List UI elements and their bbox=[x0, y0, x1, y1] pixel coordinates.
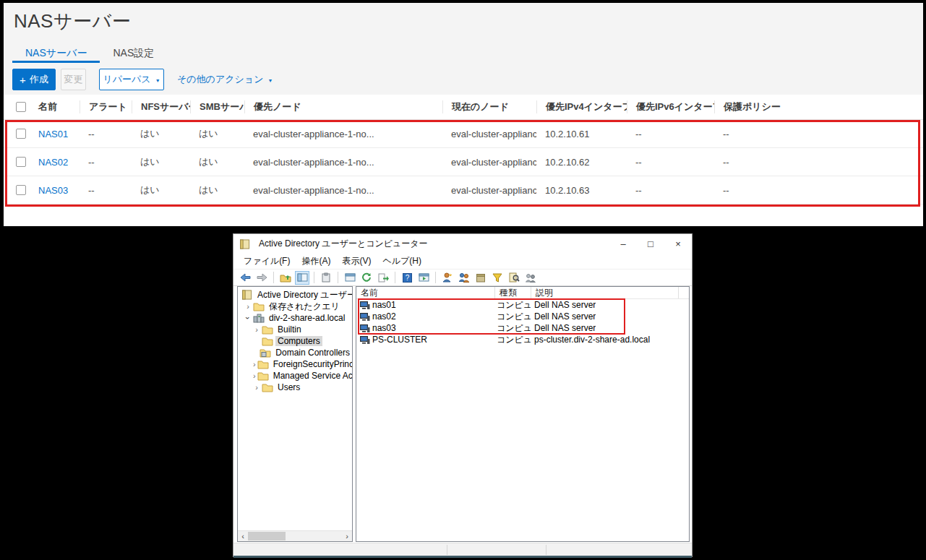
list-item-nas02[interactable]: nas02 コンピューター Dell NAS server bbox=[356, 311, 689, 322]
chevron-down-icon[interactable]: › bbox=[244, 314, 252, 322]
column-header-ipv4[interactable]: 優先IPv4インターフェイ... bbox=[536, 100, 627, 113]
object-type: コンピューター bbox=[495, 299, 531, 311]
refresh-icon[interactable] bbox=[359, 271, 374, 285]
chevron-right-icon[interactable]: › bbox=[253, 325, 260, 334]
tree-item-users[interactable]: › Users bbox=[238, 382, 352, 393]
status-bar-divider bbox=[546, 545, 546, 555]
column-header-nfs[interactable]: NFSサーバー bbox=[132, 100, 190, 113]
horizontal-scrollbar[interactable]: ‹ › bbox=[238, 530, 352, 541]
ipv6-value: -- bbox=[627, 129, 714, 139]
nas-name-link[interactable]: NAS01 bbox=[33, 129, 80, 139]
preferred-node-value: eval-cluster-appliance-1-no... bbox=[244, 129, 442, 139]
column-header-name[interactable]: 名前 bbox=[33, 100, 80, 113]
minimize-button[interactable]: – bbox=[609, 234, 637, 254]
column-header-ipv6[interactable]: 優先IPv6インターフェイ... bbox=[627, 100, 714, 113]
object-description: Dell NAS server bbox=[531, 311, 596, 322]
tab-nas-servers[interactable]: NASサーバー bbox=[12, 44, 100, 63]
object-type: コンピューター bbox=[495, 311, 531, 323]
column-header-alert[interactable]: アラート bbox=[80, 100, 132, 113]
nas-name-link[interactable]: NAS02 bbox=[33, 157, 80, 168]
nfs-value: はい bbox=[132, 184, 190, 197]
row-checkbox[interactable] bbox=[16, 185, 26, 195]
chevron-down-icon: ▼ bbox=[267, 78, 273, 83]
object-name: nas01 bbox=[372, 300, 396, 310]
menu-file[interactable]: ファイル(F) bbox=[238, 253, 296, 270]
forward-icon[interactable] bbox=[254, 271, 269, 285]
tree-item-foreign-security-principals[interactable]: › ForeignSecurityPrincipals bbox=[238, 358, 352, 370]
tab-nas-settings[interactable]: NAS設定 bbox=[100, 44, 167, 63]
list-item-ps-cluster[interactable]: PS-CLUSTER コンピューター ps-cluster.div-2-shar… bbox=[356, 334, 689, 345]
chevron-right-icon[interactable]: › bbox=[244, 302, 252, 311]
filter-icon[interactable] bbox=[490, 271, 505, 285]
menu-view[interactable]: 表示(V) bbox=[336, 253, 377, 270]
export-list-icon[interactable] bbox=[376, 271, 390, 285]
window-icon[interactable] bbox=[343, 271, 357, 285]
tree-item-saved-queries[interactable]: › 保存されたクエリ bbox=[238, 301, 352, 312]
chevron-down-icon: ▼ bbox=[155, 78, 160, 83]
object-description: ps-cluster.div-2-share-ad.local bbox=[531, 335, 650, 345]
nfs-value: はい bbox=[132, 127, 190, 140]
protection-policy-value: -- bbox=[714, 185, 923, 196]
table-row-nas01[interactable]: NAS01 -- はい はい eval-cluster-appliance-1-… bbox=[4, 120, 923, 148]
chevron-right-icon[interactable]: › bbox=[253, 383, 260, 392]
scroll-right-icon[interactable]: › bbox=[342, 531, 352, 541]
back-icon[interactable] bbox=[238, 271, 252, 285]
more-actions-button[interactable]: その他のアクション ▼ bbox=[177, 73, 273, 86]
folder-icon bbox=[262, 336, 273, 346]
find-icon[interactable] bbox=[507, 271, 521, 285]
properties-icon[interactable] bbox=[319, 271, 333, 285]
row-checkbox[interactable] bbox=[16, 157, 26, 167]
object-name: nas02 bbox=[372, 311, 396, 322]
list-item-nas01[interactable]: nas01 コンピューター Dell NAS server bbox=[356, 299, 689, 311]
window-title: Active Directory ユーザーとコンピューター bbox=[259, 238, 428, 250]
table-row-nas02[interactable]: NAS02 -- はい はい eval-cluster-appliance-1-… bbox=[4, 148, 923, 176]
modify-button[interactable]: 変更 bbox=[61, 69, 86, 90]
folder-icon bbox=[262, 324, 273, 335]
mmc-console-icon bbox=[239, 239, 251, 249]
powerstore-panel: NASサーバー NASサーバー NAS設定 + 作成 変更 リパーパス ▼ その… bbox=[4, 3, 923, 226]
menu-help[interactable]: ヘルプ(H) bbox=[377, 253, 427, 270]
menu-action[interactable]: 操作(A) bbox=[296, 253, 336, 270]
new-ou-icon[interactable] bbox=[473, 271, 488, 285]
nas-name-link[interactable]: NAS03 bbox=[33, 185, 80, 196]
list-column-description[interactable]: 説明 bbox=[531, 287, 679, 298]
show-console-tree-icon[interactable] bbox=[295, 271, 309, 285]
column-header-protection-policy[interactable]: 保護ポリシー bbox=[714, 100, 923, 113]
tree-item-domain[interactable]: › div-2-share-ad.local bbox=[238, 312, 352, 324]
up-one-level-icon[interactable] bbox=[278, 271, 293, 285]
list-column-name[interactable]: 名前 bbox=[356, 287, 495, 298]
maximize-button[interactable]: □ bbox=[637, 234, 664, 254]
column-header-current-node[interactable]: 現在のノード bbox=[442, 100, 536, 113]
ipv6-value: -- bbox=[627, 185, 714, 196]
window-titlebar[interactable]: Active Directory ユーザーとコンピューター – □ × bbox=[233, 234, 692, 254]
list-column-type[interactable]: 種類 bbox=[495, 287, 531, 298]
column-header-preferred-node[interactable]: 優先ノード bbox=[244, 100, 442, 113]
chevron-right-icon[interactable]: › bbox=[253, 371, 256, 380]
chevron-right-icon[interactable]: › bbox=[253, 360, 256, 369]
tree-item-label: Active Directory ユーザーとコンピュー bbox=[255, 289, 353, 301]
column-header-smb[interactable]: SMBサーバー bbox=[190, 100, 244, 113]
table-row-nas03[interactable]: NAS03 -- はい はい eval-cluster-appliance-1-… bbox=[4, 176, 923, 204]
tree-item-managed-service-accounts[interactable]: › Managed Service Accounts bbox=[238, 370, 352, 382]
toolbar: ? bbox=[233, 270, 692, 286]
nfs-value: はい bbox=[132, 155, 190, 168]
tree-item-root[interactable]: Active Directory ユーザーとコンピュー bbox=[238, 289, 352, 301]
scrollbar-thumb[interactable] bbox=[248, 532, 286, 540]
help-icon[interactable]: ? bbox=[400, 271, 414, 285]
repurpose-button[interactable]: リパーパス ▼ bbox=[99, 69, 164, 90]
new-group-icon[interactable] bbox=[457, 271, 471, 285]
create-button[interactable]: + 作成 bbox=[12, 69, 56, 90]
new-user-icon[interactable] bbox=[440, 271, 455, 285]
scroll-left-icon[interactable]: ‹ bbox=[238, 531, 248, 541]
select-all-checkbox[interactable] bbox=[16, 102, 26, 112]
console-window-icon[interactable] bbox=[416, 271, 431, 285]
tree-item-computers[interactable]: › Computers bbox=[238, 335, 352, 347]
computer-icon bbox=[359, 301, 370, 310]
tree-item-builtin[interactable]: › Builtin bbox=[238, 324, 352, 335]
tree-item-domain-controllers[interactable]: › Domain Controllers bbox=[238, 347, 352, 358]
list-item-nas03[interactable]: nas03 コンピューター Dell NAS server bbox=[356, 322, 689, 334]
close-button[interactable]: × bbox=[664, 234, 692, 254]
delegate-control-icon[interactable] bbox=[523, 271, 538, 285]
computer-icon bbox=[359, 324, 370, 333]
row-checkbox[interactable] bbox=[16, 129, 26, 139]
